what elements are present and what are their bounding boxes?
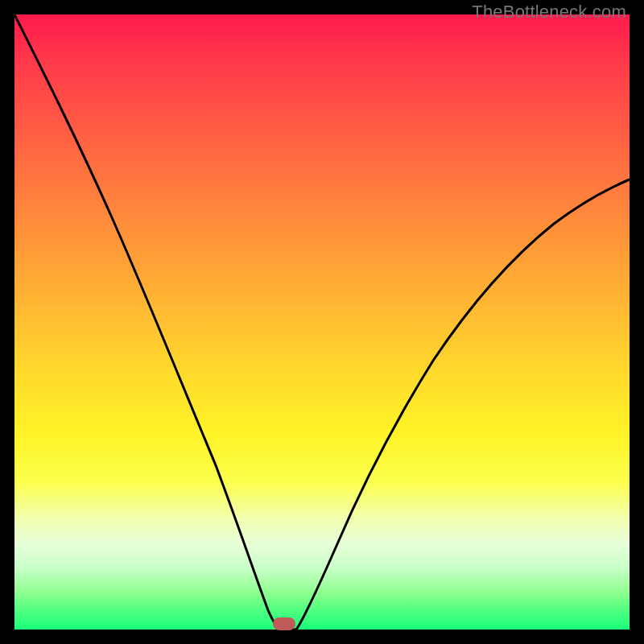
optimal-point-marker: [273, 617, 295, 630]
curve-right-branch: [296, 180, 630, 630]
chart-frame: TheBottleneck.com: [0, 0, 644, 644]
plot-area: [14, 14, 630, 630]
watermark-text: TheBottleneck.com: [472, 2, 626, 23]
curve-left-branch: [14, 14, 280, 630]
bottleneck-curve: [14, 14, 630, 630]
